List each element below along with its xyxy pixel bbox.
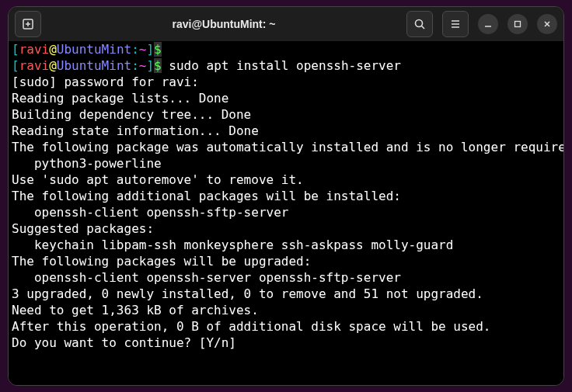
- svg-point-1: [416, 20, 423, 27]
- prompt-user: ravi: [19, 58, 50, 73]
- output-line: Reading state information... Done: [12, 123, 560, 139]
- prompt-open: [: [12, 58, 19, 73]
- titlebar-left: [15, 11, 41, 37]
- output-line: Do you want to continue? [Y/n]: [12, 335, 560, 351]
- prompt-host: UbuntuMint: [57, 58, 131, 73]
- minimize-icon: [483, 19, 493, 29]
- prompt-close: ]: [146, 42, 154, 57]
- output-line: keychain libpam-ssh monkeysphere ssh-ask…: [12, 237, 560, 253]
- prompt-path: ~: [139, 42, 147, 57]
- prompt-dollar: $: [154, 58, 162, 73]
- output-line: The following package was automatically …: [12, 139, 560, 155]
- close-icon: [542, 19, 552, 29]
- output-line: Reading package lists... Done: [12, 90, 560, 106]
- prompt-path: ~: [139, 58, 147, 73]
- titlebar: ravi@UbuntuMint: ~: [9, 7, 563, 41]
- prompt-at: @: [49, 58, 57, 73]
- prompt-line-1: [ravi@UbuntuMint:~]$: [12, 41, 560, 57]
- output-line: The following packages will be upgraded:: [12, 253, 560, 269]
- minimize-button[interactable]: [478, 14, 498, 34]
- prompt-colon: :: [131, 58, 139, 73]
- prompt-user: ravi: [19, 42, 50, 57]
- output-line: openssh-client openssh-sftp-server: [12, 204, 560, 220]
- output-line: Need to get 1,363 kB of archives.: [12, 302, 560, 318]
- maximize-button[interactable]: [507, 14, 528, 34]
- terminal-content[interactable]: [ravi@UbuntuMint:~]$[ravi@UbuntuMint:~]$…: [9, 41, 563, 385]
- new-tab-icon: [22, 18, 34, 30]
- output-line: Building dependency tree... Done: [12, 106, 560, 123]
- svg-rect-2: [515, 22, 521, 27]
- prompt-at: @: [49, 42, 57, 57]
- output-line: Suggested packages:: [12, 220, 560, 237]
- terminal-window: ravi@UbuntuMint: ~: [8, 6, 564, 386]
- output-line: After this operation, 0 B of additional …: [12, 318, 560, 335]
- close-button[interactable]: [537, 14, 557, 34]
- output-line: [sudo] password for ravi:: [12, 74, 560, 90]
- output-line: The following additional packages will b…: [12, 188, 560, 204]
- output-line: openssh-client openssh-server openssh-sf…: [12, 269, 560, 286]
- search-icon: [413, 18, 426, 30]
- search-button[interactable]: [406, 11, 433, 37]
- command-2: sudo apt install openssh-server: [162, 58, 401, 73]
- prompt-close: ]: [146, 58, 154, 73]
- new-tab-button[interactable]: [15, 11, 41, 37]
- maximize-icon: [513, 19, 522, 29]
- output-line: python3-powerline: [12, 155, 560, 172]
- window-title: ravi@UbuntuMint: ~: [41, 18, 406, 30]
- hamburger-icon: [449, 18, 462, 30]
- prompt-dollar: $: [154, 42, 162, 57]
- menu-button[interactable]: [442, 11, 469, 37]
- prompt-open: [: [12, 42, 19, 57]
- prompt-colon: :: [131, 42, 139, 57]
- titlebar-right: [406, 11, 557, 37]
- prompt-line-2: [ravi@UbuntuMint:~]$ sudo apt install op…: [12, 57, 560, 74]
- prompt-host: UbuntuMint: [57, 42, 131, 57]
- output-line: 3 upgraded, 0 newly installed, 0 to remo…: [12, 286, 560, 302]
- output-line: Use 'sudo apt autoremove' to remove it.: [12, 172, 560, 188]
